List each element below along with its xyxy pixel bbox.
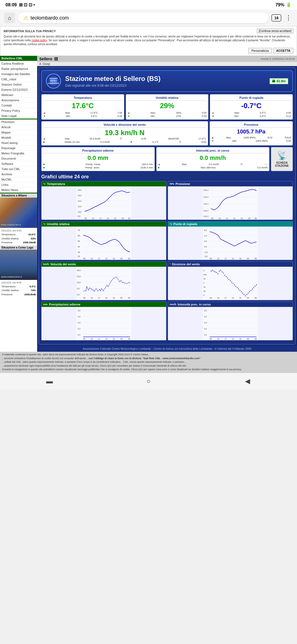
pressure-max-time: 8:02 (268, 136, 273, 139)
sidebar-item-nowcasting[interactable]: NowCasting (0, 140, 37, 146)
rugiada-title: Punto di rugiada (212, 96, 291, 100)
sidebar-item-estremi[interactable]: Estremi 22/12/2023 (0, 87, 37, 92)
svg-text:0,2: 0,2 (78, 328, 81, 330)
sidebar-item-cmlrobot[interactable]: CML_robot (0, 77, 37, 82)
humidity-chart: °c Umidità relativa 75 65 55 45 35 (41, 221, 166, 260)
svg-text:6,0: 6,0 (204, 229, 207, 231)
sidebar-item-links[interactable]: Links (0, 182, 37, 187)
rugiada-card: Punto di rugiada -0.7°C ▲ Max: 0.0°C 0:0… (210, 94, 293, 120)
svg-text:05: 05 (247, 338, 249, 340)
svg-point-121 (240, 290, 240, 291)
sidebar-item-tuttocml[interactable]: Tutto sul CML (0, 167, 37, 172)
privacy-title: INFORMATIVA SULLA TUA PRIVACY (4, 29, 56, 33)
svg-text:17: 17 (100, 217, 102, 219)
station-box: CENTROMETEOLOMBARDO Stazione meteo di Se… (38, 67, 296, 345)
continue-without-accept-button[interactable]: [Continua senza accettare] (257, 29, 293, 33)
svg-text:0,3: 0,3 (78, 322, 81, 324)
status-bar: 08:09 ⊞ ⊡ ⊡ • 79% 🔋 (0, 0, 297, 10)
sidebar-item-radar[interactable]: Radar precipitazioni (0, 66, 37, 72)
svg-text:17: 17 (226, 217, 228, 219)
wind-pressure-row: Velocità e direzione del vento 19.3 km/h… (41, 121, 293, 146)
svg-rect-141 (76, 307, 131, 340)
url-bar[interactable]: ⚠ teolombardo.com (18, 12, 269, 23)
pressure-min-val: 1003.3hPa (255, 140, 268, 142)
como-image-box: www.meteocomo.it 23/12/23, ore 8:05 Temp… (0, 250, 37, 298)
menu-button[interactable]: ⋮ (284, 13, 293, 23)
sidebar-item-mappe[interactable]: Mappe (0, 130, 37, 135)
sidebar-item-cartina[interactable]: Cartina Realtime (0, 61, 37, 66)
station-title-row: Sellero (39, 57, 58, 61)
temp-min-time: 0:48 (117, 115, 122, 118)
sidebar-item-previsioni[interactable]: Previsioni (0, 119, 37, 125)
sidebar-item-privacy[interactable]: Privacy Policy (0, 108, 37, 113)
sidebar-item-meteonews[interactable]: Meteo News (0, 187, 37, 193)
sidebar-item-software[interactable]: Software (0, 161, 37, 167)
svg-text:09: 09 (83, 258, 86, 260)
svg-text:05: 05 (122, 217, 124, 219)
umidita-max-time: 0:00 (202, 111, 207, 114)
personalizza-button[interactable]: Personalizza (248, 48, 272, 53)
tab-count[interactable]: 16 (271, 14, 281, 21)
svg-point-122 (241, 291, 242, 292)
svg-text:0,1: 0,1 (78, 334, 81, 336)
temperatura-card: Temperatura 17.6°C ▲ Max: 17.8°C 7:00 ▼ … (41, 94, 124, 120)
svg-text:17: 17 (225, 338, 227, 340)
svg-text:15,0: 15,0 (77, 282, 81, 283)
precip-card: Precipitazioni odierne 0.0 mm ■ Precip. … (41, 147, 155, 171)
precip-mese-val: 183.4 mm (142, 163, 153, 166)
svg-text:1006,0: 1006,0 (204, 189, 209, 191)
precip-today-svg: 0,5 0,4 0,3 0,2 0,1 (42, 307, 166, 340)
svg-text:21: 21 (232, 258, 234, 260)
altitude-badge: 🏔 41.8m (270, 78, 288, 84)
home-nav-button[interactable]: ○ (140, 376, 157, 387)
intensity-chart: mm/h Intensità prec. in corso 0,5 0,4 0,… (168, 302, 293, 340)
sidebar-item-archivio[interactable]: Archivio (0, 172, 37, 177)
temp-chart-title: Temperatura (47, 182, 65, 185)
svg-text:75: 75 (78, 229, 80, 231)
sidebar-item-articoli[interactable]: Articoli (0, 125, 37, 130)
sidebar-item-stazioni[interactable]: Stazioni Online (0, 82, 37, 87)
temp-max-arrow: ▲ (43, 111, 46, 114)
sidebar-item-meteofoto[interactable]: Meteo Fotografia (0, 151, 37, 156)
scheda-card[interactable]: 📡 SCHEDA STAZIONE (271, 147, 293, 171)
svg-point-133 (256, 285, 257, 285)
svg-text:09: 09 (83, 338, 86, 340)
pressure-chart-body: 1006,0 1005,0 1004,0 1003,0 1002,0 (168, 187, 293, 220)
svg-point-120 (238, 289, 239, 290)
svg-point-124 (244, 294, 244, 295)
svg-text:N: N (204, 270, 205, 271)
copyright-line4: ...acquisizione declinare ogni responsab… (2, 364, 295, 368)
cookie-policy-link[interactable]: cookie policy (31, 39, 47, 42)
rugiada-min-time: 3:12 (286, 115, 291, 118)
status-left: 08:09 ⊞ ⊡ ⊡ • (6, 2, 35, 7)
svg-point-105 (218, 274, 218, 274)
svg-point-125 (245, 296, 246, 296)
sidebar-item-associazione[interactable]: Associazione (0, 98, 37, 103)
svg-text:35: 35 (78, 251, 80, 253)
sidebar-item-webcam[interactable]: Webcam (0, 92, 37, 98)
svg-text:NNE: NNE (204, 274, 207, 275)
sidebar-item-modelli[interactable]: Modelli (0, 135, 37, 140)
accetta-button[interactable]: ACCETTA (273, 48, 293, 53)
milan-date: 23/12/23, ore 8:05 (1, 229, 36, 233)
svg-rect-19 (203, 187, 258, 220)
intensita-details: ▲ Max: 0.0 mm/h ⏱ -:-- ■ Max ultim'ora: … (158, 163, 268, 169)
temperature-chart: °c Temperatura 18,0 16,0 14,0 12,0 (41, 181, 166, 220)
sidebar-item-notelegali[interactable]: Note Legali (0, 113, 37, 119)
winddir-chart-body: N NNE NE E SE NE N (168, 267, 293, 300)
windspeed-chart-title: Velocità del vento (50, 263, 76, 266)
windspeed-chart-header: km/h Velocità del vento (42, 262, 166, 267)
sidebar-item-immagini[interactable]: Immagini dal Satellite (0, 72, 37, 77)
home-button[interactable]: ⌂ (4, 12, 15, 23)
sidebar-item-contatti[interactable]: Contatti (0, 103, 37, 108)
como-pressure-row: Pressione:1008.8mB (1, 293, 36, 296)
sidebar-item-bollettino[interactable]: Bollettino CML (0, 56, 37, 61)
sidebar-item-mycml[interactable]: MyCML (0, 177, 37, 182)
recent-apps-button[interactable]: ▬ (41, 376, 58, 387)
svg-text:09: 09 (85, 217, 87, 219)
svg-point-129 (251, 290, 251, 291)
sidebar-item-documenti[interactable]: Documenti (0, 156, 37, 161)
back-button[interactable]: ◀ (239, 376, 256, 387)
svg-text:4,0: 4,0 (204, 235, 207, 237)
sidebar-item-reportage[interactable]: Reportage (0, 146, 37, 151)
